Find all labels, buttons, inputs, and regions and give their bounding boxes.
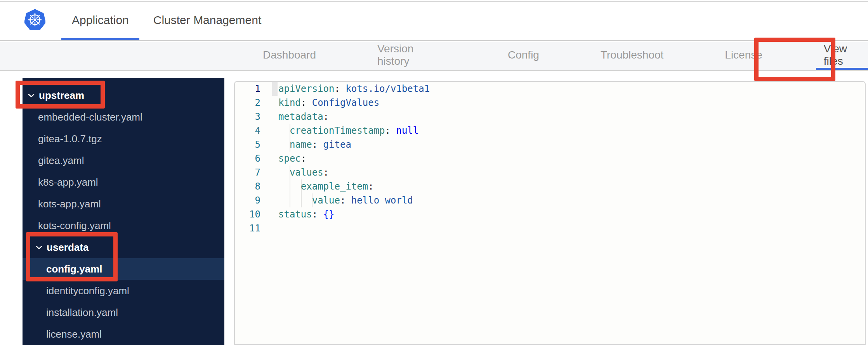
app-subnav: Dashboard Version history Config Trouble… [0, 42, 868, 71]
code-line-content: creationTimestamp: null [278, 124, 418, 138]
code-token: : [340, 195, 351, 206]
tree-item-label: installation.yaml [46, 307, 118, 319]
code-line[interactable]: 11 [235, 221, 865, 235]
tab-dashboard[interactable]: Dashboard [255, 42, 324, 70]
line-number: 3 [235, 110, 260, 124]
top-navbar: Application Cluster Management [0, 2, 868, 41]
tab-application-label: Application [72, 14, 129, 27]
tree-item-label: license.yaml [46, 328, 102, 340]
line-number: 8 [235, 179, 260, 193]
chevron-down-icon [36, 245, 42, 250]
tab-license-label: License [725, 49, 762, 61]
tree-item-label: k8s-app.yaml [38, 176, 98, 188]
tree-item-label: gitea.yaml [38, 155, 84, 167]
code-token: null [396, 125, 418, 136]
tree-item-label: kots-config.yaml [38, 220, 111, 232]
tree-item-label: embedded-cluster.yaml [38, 111, 142, 123]
tree-item-label: upstream [39, 90, 84, 102]
tree-item-userdata[interactable]: userdata [23, 236, 224, 258]
code-line-content: metadata: [278, 110, 329, 124]
tree-item-license-yaml[interactable]: license.yaml [23, 323, 224, 345]
file-tree: upstreamembedded-cluster.yamlgitea-1.0.7… [23, 78, 224, 345]
tab-view-files-label: View files [824, 43, 868, 67]
tab-version-history[interactable]: Version history [370, 42, 454, 70]
code-token: hello world [351, 195, 413, 206]
tab-cluster-management[interactable]: Cluster Management [143, 2, 272, 40]
code-token: : [312, 139, 323, 150]
code-line[interactable]: 8 example_item: [235, 179, 865, 193]
code-line-content: value: hello world [278, 193, 413, 207]
code-line[interactable]: 1apiVersion: kots.io/v1beta1 [235, 82, 865, 96]
line-number: 2 [235, 96, 260, 110]
tree-item-gitea-1-0-7-tgz[interactable]: gitea-1.0.7.tgz [23, 128, 224, 150]
tree-item-embedded-cluster-yaml[interactable]: embedded-cluster.yaml [23, 106, 224, 128]
tab-version-history-label: Version history [377, 43, 446, 67]
tree-item-label: userdata [47, 242, 89, 254]
chevron-down-icon [28, 93, 35, 98]
code-line[interactable]: 9 value: hello world [235, 193, 865, 207]
code-token: {} [323, 209, 335, 220]
line-number: 10 [235, 207, 260, 221]
code-token: gitea [323, 139, 351, 150]
code-token: creationTimestamp [290, 125, 385, 136]
tab-config-label: Config [508, 49, 539, 61]
code-line[interactable]: 2kind: ConfigValues [235, 96, 865, 110]
code-line[interactable]: 5 name: gitea [235, 138, 865, 152]
code-token: : [385, 125, 396, 136]
tree-item-installation-yaml[interactable]: installation.yaml [23, 302, 224, 323]
code-token: : [368, 181, 373, 192]
tab-license[interactable]: License [717, 42, 770, 70]
code-token: name [290, 139, 312, 150]
top-tab-bar: Application Cluster Management [61, 2, 272, 40]
code-token: : [301, 153, 306, 164]
code-line-content: status: {} [278, 207, 335, 221]
code-token [278, 195, 312, 206]
code-token: : [323, 167, 329, 178]
code-line[interactable]: 6spec: [235, 152, 865, 166]
code-token: kind [278, 97, 301, 108]
tab-dashboard-label: Dashboard [263, 49, 316, 61]
tree-item-upstream[interactable]: upstream [23, 85, 224, 106]
line-number: 5 [235, 138, 260, 152]
code-token [278, 181, 301, 192]
tab-cluster-management-label: Cluster Management [153, 14, 261, 27]
code-token: example_item [301, 181, 368, 192]
code-line[interactable]: 7 values: [235, 166, 865, 179]
code-token: kots.io/v1beta1 [345, 83, 430, 94]
tree-item-label: kots-app.yaml [38, 198, 101, 210]
text-cursor [272, 82, 278, 96]
code-line[interactable]: 3metadata: [235, 110, 865, 124]
code-editor[interactable]: 1apiVersion: kots.io/v1beta12kind: Confi… [234, 81, 866, 345]
tab-application[interactable]: Application [61, 2, 139, 40]
line-number: 6 [235, 152, 260, 166]
tree-item-kots-config-yaml[interactable]: kots-config.yaml [23, 215, 224, 236]
tree-item-kots-app-yaml[interactable]: kots-app.yaml [23, 193, 224, 215]
code-token [278, 139, 290, 150]
code-token [278, 125, 290, 136]
tree-item-config-yaml[interactable]: config.yaml [23, 258, 224, 280]
line-number: 1 [235, 82, 260, 96]
code-line[interactable]: 4 creationTimestamp: null [235, 124, 865, 138]
code-token: apiVersion [278, 83, 335, 94]
tree-item-k8s-app-yaml[interactable]: k8s-app.yaml [23, 171, 224, 193]
kots-admin-console: Application Cluster Management Dashboard… [0, 0, 868, 345]
tree-item-label: config.yaml [46, 263, 102, 275]
code-line-content: example_item: [278, 179, 374, 193]
tree-item-label: gitea-1.0.7.tgz [38, 133, 102, 145]
tree-item-identityconfig-yaml[interactable]: identityconfig.yaml [23, 280, 224, 302]
code-token [278, 167, 290, 178]
tree-item-gitea-yaml[interactable]: gitea.yaml [23, 150, 224, 171]
subnav-tab-bar: Dashboard Version history Config Trouble… [263, 42, 868, 70]
code-line-content: apiVersion: kots.io/v1beta1 [278, 82, 430, 96]
code-token: values [290, 167, 323, 178]
code-line[interactable]: 10status: {} [235, 207, 865, 221]
code-line-content: kind: ConfigValues [278, 96, 379, 110]
tree-item-label: identityconfig.yaml [46, 285, 129, 297]
tab-troubleshoot-label: Troubleshoot [601, 49, 663, 61]
code-token: : [323, 111, 329, 122]
tab-config[interactable]: Config [500, 42, 547, 70]
tab-view-files[interactable]: View files [816, 42, 868, 70]
tab-troubleshoot[interactable]: Troubleshoot [593, 42, 671, 70]
kubernetes-logo[interactable] [24, 9, 45, 32]
code-token: ConfigValues [312, 97, 379, 108]
